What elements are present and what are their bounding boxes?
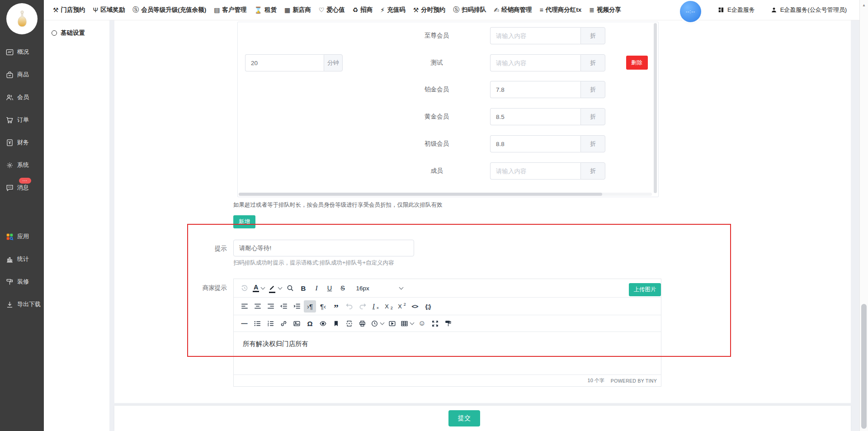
subnav-item-label: 基础设置 (61, 29, 85, 37)
rtl-direction-button[interactable]: ¶‹ (317, 300, 329, 313)
indent-button[interactable] (291, 300, 303, 313)
page-scrollbar[interactable]: ▲ (859, 0, 868, 431)
omega-icon: Ω (307, 320, 312, 327)
page-break-button[interactable] (343, 317, 355, 330)
nav-item-customer-management[interactable]: ▤客户管理 (214, 6, 246, 14)
subnav-item-basic-settings[interactable]: 基础设置 (44, 20, 109, 37)
nav-item-member-upgrade[interactable]: Ⓢ会员等级升级(充值余额) (132, 6, 206, 14)
hr-icon: — (241, 320, 248, 327)
superscript-button[interactable]: X2 (396, 300, 408, 313)
account-menu[interactable]: E企盈服务(公众号管理员) (770, 6, 847, 14)
align-right-button[interactable] (264, 300, 277, 313)
sidebar-item-overview[interactable]: 概况 (0, 41, 44, 63)
sidebar-item-export-download[interactable]: 导出下载 (0, 293, 44, 316)
download-icon (5, 300, 14, 309)
sidebar-item-goods[interactable]: 商品 (0, 63, 44, 86)
link-button[interactable] (278, 317, 290, 330)
blockquote-button[interactable]: ” (330, 300, 342, 313)
sidebar-item-stats[interactable]: 统计 (0, 248, 44, 270)
ltr-direction-button[interactable]: ›¶ (304, 300, 316, 313)
pen-icon: ✍ (494, 6, 499, 14)
print-button[interactable] (356, 317, 368, 330)
panel-vertical-scrollbar[interactable] (654, 23, 657, 193)
bold-button[interactable]: B (297, 282, 309, 294)
outdent-button[interactable] (278, 300, 290, 313)
restore-draft-button[interactable] (238, 282, 250, 294)
emoji-button[interactable]: ☺ (416, 317, 428, 330)
clear-formatting-button[interactable]: I× (369, 300, 382, 313)
nav-item-agent-dividend[interactable]: ≡代理商分红tx (539, 6, 581, 14)
submit-button[interactable]: 提交 (448, 410, 480, 426)
horizontal-rule-button[interactable]: — (238, 317, 250, 330)
preview-button[interactable] (317, 317, 329, 330)
strikethrough-button[interactable]: S (336, 282, 349, 294)
align-left-button[interactable] (238, 300, 250, 313)
app-logo[interactable] (6, 3, 38, 34)
chevron-down-icon (380, 321, 385, 325)
search-button[interactable] (284, 282, 296, 294)
ordered-list-button[interactable] (264, 317, 277, 330)
align-center-button[interactable] (251, 300, 264, 313)
e-service-menu[interactable]: E企盈服务 (717, 6, 755, 14)
redo-button[interactable] (356, 300, 368, 313)
scrollbar-up-arrow-icon[interactable]: ▲ (860, 3, 868, 7)
tip-input[interactable] (233, 240, 414, 256)
insert-time-button[interactable] (369, 317, 385, 330)
italic-button[interactable]: I (310, 282, 322, 294)
discount-input[interactable] (490, 54, 580, 71)
nav-item-love-value[interactable]: ♡爱心值 (319, 6, 345, 14)
nav-item-recharge-code[interactable]: ⚡充值码 (380, 6, 405, 14)
sidebar-item-orders[interactable]: 订单 (0, 109, 44, 131)
insert-image-button[interactable] (291, 317, 303, 330)
sidebar-item-decoration[interactable]: 装修 (0, 270, 44, 293)
sidebar-item-messages[interactable]: 消息 ··· (0, 176, 44, 199)
scrollbar-thumb[interactable] (861, 304, 867, 429)
nav-item-new-store[interactable]: ▦新店商 (284, 6, 311, 14)
font-size-select[interactable]: 16px (354, 285, 405, 292)
sidebar-item-system[interactable]: 系统 (0, 154, 44, 176)
nav-item-label: 会员等级升级(充值余额) (141, 6, 206, 14)
discount-input[interactable] (490, 162, 580, 180)
delete-row-button[interactable]: 删除 (626, 56, 648, 70)
underline-button[interactable]: U (323, 282, 335, 294)
blocks-icon (717, 6, 725, 14)
code-button[interactable]: <> (409, 300, 421, 313)
nav-item-store-reservation[interactable]: ⚒门店预约 (53, 6, 85, 14)
panel-horizontal-scrollbar[interactable] (239, 193, 652, 196)
sidebar-item-members[interactable]: 会员 (0, 86, 44, 109)
code-sample-button[interactable]: {;} (422, 300, 434, 313)
scrollbar-thumb[interactable] (239, 193, 602, 196)
special-character-button[interactable]: Ω (304, 317, 316, 330)
nav-item-region-reward[interactable]: Ψ区域奖励 (93, 6, 125, 14)
member-level-row: 至尊会员 折 (238, 27, 652, 44)
sidebar-item-apps[interactable]: 应用 (0, 225, 44, 248)
nav-item-time-reservation[interactable]: ⚒分时预约 (413, 6, 446, 14)
nav-item-dealer-management[interactable]: ✍经销商管理 (494, 6, 532, 14)
nav-item-scan-queue[interactable]: Ⓢ扫码排队 (453, 6, 486, 14)
nav-item-leasing[interactable]: ⌛租赁 (255, 6, 277, 14)
format-painter-button[interactable] (442, 317, 454, 330)
insert-table-button[interactable] (399, 317, 415, 330)
sidebar-item-finance[interactable]: 财务 (0, 131, 44, 154)
upload-image-button[interactable]: 上传图片 (629, 283, 661, 296)
anchor-button[interactable] (330, 317, 342, 330)
discount-input-group: 折 (490, 162, 605, 180)
powered-by-tiny[interactable]: POWERED BY TINY (611, 378, 657, 384)
highlight-color-button[interactable] (267, 282, 283, 294)
nav-item-video-share[interactable]: ≣视频分享 (589, 6, 621, 14)
discount-input[interactable] (490, 135, 580, 152)
subscript-button[interactable]: X2 (382, 300, 395, 313)
nav-item-investment[interactable]: ♻招商 (353, 6, 373, 14)
undo-button[interactable] (343, 300, 355, 313)
discount-input[interactable] (490, 108, 580, 125)
floating-clock-widget[interactable]: --:-- (680, 1, 701, 22)
unordered-list-button[interactable] (251, 317, 264, 330)
fullscreen-button[interactable] (429, 317, 441, 330)
editor-content-area[interactable]: 所有解决权归门店所有 (234, 332, 661, 374)
queue-time-input[interactable] (245, 54, 324, 71)
text-color-button[interactable]: A (251, 282, 266, 294)
insert-media-button[interactable] (386, 317, 398, 330)
discount-input[interactable] (490, 81, 580, 98)
add-row-button[interactable]: 新增 (233, 215, 255, 228)
discount-input[interactable] (490, 27, 580, 44)
